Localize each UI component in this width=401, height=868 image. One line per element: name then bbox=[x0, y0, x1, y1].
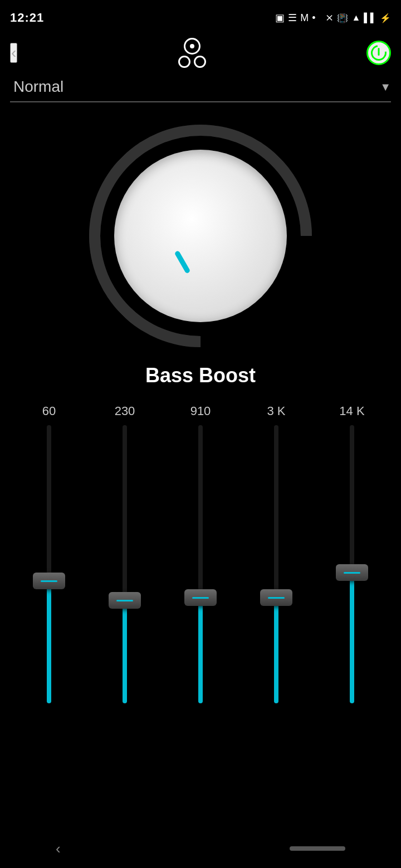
eq-thumb-230[interactable] bbox=[109, 592, 141, 609]
app-logo bbox=[178, 38, 206, 68]
wifi-icon: ▲ bbox=[351, 13, 360, 23]
eq-band-230: 230 bbox=[97, 404, 153, 703]
eq-slider-60[interactable] bbox=[38, 425, 60, 703]
battery-icon: ⚡ bbox=[380, 13, 391, 23]
eq-fill-3 K bbox=[274, 598, 278, 703]
eq-thumb-60[interactable] bbox=[33, 573, 65, 589]
eq-thumb-line-14 K bbox=[344, 572, 360, 574]
eq-fill-910 bbox=[198, 598, 203, 703]
eq-band-910: 910 bbox=[173, 404, 228, 703]
eq-slider-230[interactable] bbox=[114, 425, 136, 703]
bluetooth-icon: ⨯ bbox=[325, 12, 334, 24]
eq-freq-910: 910 bbox=[190, 404, 211, 418]
preset-selector[interactable]: Normal ▼ bbox=[10, 78, 391, 102]
header: ‹ bbox=[0, 33, 401, 72]
eq-freq-60: 60 bbox=[42, 404, 56, 418]
eq-fill-230 bbox=[123, 600, 127, 703]
eq-section: 60 230 bbox=[0, 404, 401, 703]
eq-thumb-line-910 bbox=[192, 597, 209, 599]
status-icons: ▣ ☰ M • ⨯ 📳 ▲ ▌▌ ⚡ bbox=[275, 12, 391, 24]
back-button[interactable]: ‹ bbox=[10, 43, 17, 63]
mail-icon: M bbox=[300, 12, 309, 24]
eq-band-3 K: 3 K bbox=[248, 404, 304, 703]
logo-circle-right bbox=[194, 56, 206, 68]
knob-face[interactable] bbox=[114, 150, 287, 322]
notification-icon: ☰ bbox=[288, 12, 297, 24]
eq-thumb-910[interactable] bbox=[184, 589, 217, 606]
nav-bar: ‹ bbox=[0, 829, 401, 868]
eq-slider-910[interactable] bbox=[189, 425, 212, 703]
eq-freq-230: 230 bbox=[115, 404, 135, 418]
eq-slider-14 K[interactable] bbox=[341, 425, 363, 703]
logo-circles bbox=[178, 38, 206, 68]
bass-boost-label: Bass Boost bbox=[0, 364, 401, 387]
eq-thumb-14 K[interactable] bbox=[336, 564, 368, 581]
logo-circle-left bbox=[178, 56, 190, 68]
eq-thumb-line-3 K bbox=[268, 597, 285, 599]
knob-indicator bbox=[174, 250, 190, 274]
dot-icon: • bbox=[312, 12, 315, 24]
eq-fill-60 bbox=[47, 581, 51, 703]
eq-slider-3 K[interactable] bbox=[265, 425, 287, 703]
screen-icon: ▣ bbox=[275, 12, 285, 24]
eq-thumb-line-60 bbox=[41, 580, 57, 582]
eq-band-14 K: 14 K bbox=[324, 404, 380, 703]
nav-back-button[interactable]: ‹ bbox=[56, 840, 61, 857]
preset-arrow-icon: ▼ bbox=[380, 81, 391, 93]
knob-section bbox=[0, 119, 401, 353]
eq-thumb-line-230 bbox=[116, 600, 133, 601]
preset-label: Normal bbox=[10, 78, 63, 96]
power-button[interactable] bbox=[366, 41, 391, 65]
eq-thumb-3 K[interactable] bbox=[260, 589, 292, 606]
eq-fill-14 K bbox=[350, 573, 354, 703]
eq-freq-3 K: 3 K bbox=[267, 404, 285, 418]
signal-icon: ▌▌ bbox=[364, 13, 376, 23]
nav-pill bbox=[290, 846, 345, 851]
logo-bottom-circles bbox=[178, 56, 206, 68]
status-bar: 12:21 ▣ ☰ M • ⨯ 📳 ▲ ▌▌ ⚡ bbox=[0, 0, 401, 33]
logo-top-circle bbox=[184, 38, 200, 55]
logo-top-dot bbox=[190, 44, 194, 48]
eq-band-60: 60 bbox=[21, 404, 77, 703]
eq-freq-14 K: 14 K bbox=[339, 404, 364, 418]
vibrate-icon: 📳 bbox=[337, 13, 348, 23]
status-time: 12:21 bbox=[10, 11, 44, 25]
